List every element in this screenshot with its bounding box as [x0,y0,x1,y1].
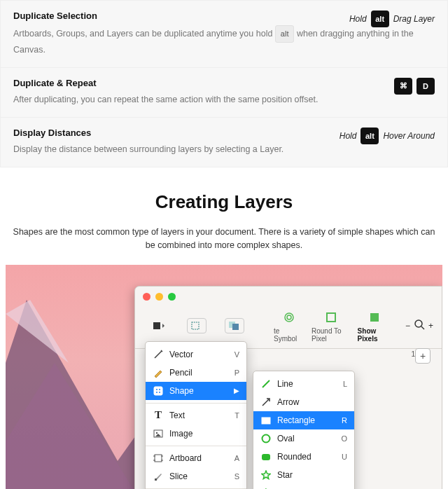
shape-submenu[interactable]: LineLArrowRectangleROvalORoundedUStarPol… [253,371,355,489]
kbd-key: ⌘ [394,78,412,95]
menu-item-label: Shape [169,386,194,396]
star-icon [260,469,272,481]
menu-item-line[interactable]: LineL [253,375,354,393]
svg-point-7 [285,313,293,322]
menu-item-polygon[interactable]: Polygon [253,484,354,489]
tip-row: HoldaltHover AroundDisplay DistancesDisp… [1,118,447,167]
tip-hint: HoldaltHover Around [340,128,435,144]
svg-rect-29 [262,454,270,460]
menu-shortcut: A [234,454,239,462]
toolbar-show-pixels[interactable]: Show Pixels [358,310,391,343]
tip-desc: After duplicating, you can repeat the sa… [13,92,435,107]
menu-shortcut: U [342,453,347,461]
menu-item-pencil[interactable]: PencilP [146,364,246,382]
kbd-key: alt [360,128,379,144]
svg-point-16 [159,392,160,393]
shape-icon [153,385,164,397]
window-controls[interactable] [135,287,442,307]
toolbar-group[interactable] [181,318,212,333]
tip-row: HoldaltDrag LayerDuplicate SelectionArtb… [1,1,447,68]
section-desc: Shapes are the most common type of layer… [0,226,448,252]
menu-shortcut: R [342,416,347,425]
menu-item-image[interactable]: Image [146,425,246,443]
menu-item-label: Rounded [277,452,312,462]
menu-item-label: Star [277,470,293,480]
menu-separator [146,403,246,404]
insert-menu[interactable]: VectorVPencilPShape▶TTextTImageArtboardA… [145,341,247,489]
close-dot-icon[interactable] [143,293,150,301]
svg-rect-9 [370,313,379,322]
svg-line-26 [262,399,269,406]
menu-item-label: Vector [169,350,193,359]
svg-point-18 [156,432,158,434]
menu-shortcut: P [234,369,239,377]
svg-rect-12 [154,387,162,395]
menu-item-label: Line [277,379,293,389]
svg-rect-19 [155,455,162,462]
svg-rect-27 [262,418,270,424]
menu-separator [146,446,246,446]
menu-item-rounded[interactable]: RoundedU [253,448,354,466]
menu-item-label: Image [169,429,192,439]
menu-item-shape[interactable]: Shape▶ [146,382,246,400]
zoom-dot-icon[interactable] [168,293,176,301]
submenu-arrow-icon: ▶ [234,387,239,394]
vector-icon [153,349,164,360]
toolbar-create-symbol[interactable]: te Symbol [274,310,304,343]
kbd-key: alt [371,11,389,27]
tip-hint: ⌘D [394,78,435,95]
svg-point-14 [159,389,160,390]
app-window: te Symbol Round To Pixel Show Pixels − +… [134,286,442,489]
svg-point-13 [156,389,158,390]
pencil-icon [153,367,164,378]
tip-desc: Display the distance between surrounding… [13,142,435,157]
toolbar-round-to-pixel[interactable]: Round To Pixel [312,310,351,343]
svg-point-15 [156,392,158,393]
svg-rect-4 [192,322,199,329]
svg-point-10 [415,320,422,327]
svg-rect-3 [153,322,160,329]
magnifier-icon [413,318,426,334]
svg-rect-24 [155,478,157,481]
menu-item-label: Rectangle [277,415,315,425]
menu-item-star[interactable]: Star [253,466,354,484]
arrow-icon [260,397,272,408]
slice-icon [153,471,164,482]
screenshot: te Symbol Round To Pixel Show Pixels − +… [6,265,442,489]
tip-title: Duplicate & Repeat [13,78,435,88]
artboard-icon [153,453,164,464]
menu-item-arrow[interactable]: Arrow [253,393,354,411]
zoom-control[interactable]: − + [405,318,433,334]
menu-item-label: Text [169,411,185,420]
tip-row: ⌘DDuplicate & RepeatAfter duplicating, y… [1,68,447,118]
menu-item-label: Artboard [169,453,202,463]
menu-item-slice[interactable]: SliceS [146,467,246,485]
menu-item-artboard[interactable]: ArtboardA [146,449,246,467]
menu-item-label: Pencil [169,368,192,378]
text-icon: T [153,410,164,421]
rounded-icon [260,451,272,462]
menu-shortcut: S [234,472,239,481]
add-button[interactable]: + [415,348,430,364]
menu-item-label: Slice [169,471,188,481]
minimize-dot-icon[interactable] [155,293,163,301]
toolbar-ungroup[interactable] [219,318,250,333]
menu-shortcut: O [341,434,347,443]
menu-item-rectangle[interactable]: RectangleR [253,411,354,429]
image-icon [153,428,164,439]
menu-shortcut: T [234,411,239,420]
oval-icon [260,433,272,444]
menu-item-vector[interactable]: VectorV [146,345,246,364]
menu-shortcut: V [234,350,239,359]
key-chip: alt [275,25,295,43]
kbd-key: D [416,78,435,95]
tip-hint: HoldaltDrag Layer [349,11,435,27]
line-icon [260,378,272,390]
menu-item-label: Oval [277,434,295,443]
svg-point-28 [262,434,270,442]
toolbar-insert[interactable] [144,318,174,333]
menu-item-text[interactable]: TTextT [146,406,246,425]
menu-item-oval[interactable]: OvalO [253,429,354,448]
svg-rect-8 [327,313,335,322]
tip-desc: Artboards, Groups, and Layers can be dup… [13,25,435,57]
